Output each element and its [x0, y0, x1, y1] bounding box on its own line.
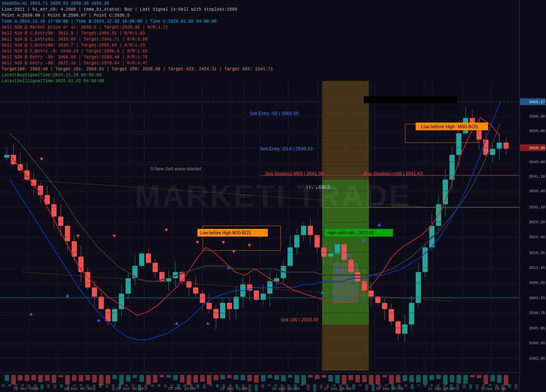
- chart-container: XAUUSDe,H1 2653.71 2655.53 2650.35 2650.…: [0, 0, 546, 392]
